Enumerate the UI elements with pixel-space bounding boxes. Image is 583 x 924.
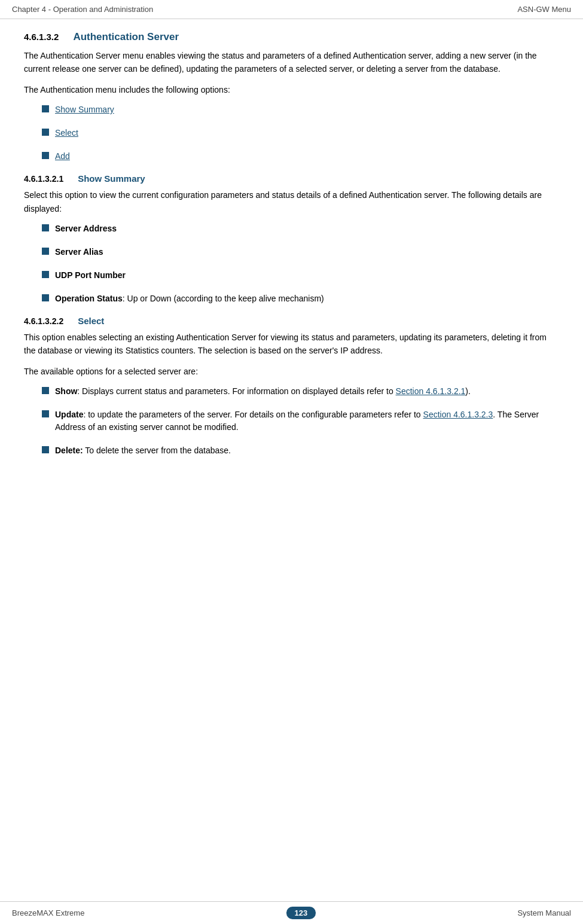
list-item: Select <box>42 127 559 139</box>
list-item: Add <box>42 150 559 163</box>
sub-section-number-46122: 4.6.1.3.2.2 <box>24 316 63 326</box>
section-4612-para2: The Authentication menu includes the fol… <box>24 83 559 96</box>
section-46121-bullets: Server Address Server Alias UDP Port Num… <box>42 222 559 305</box>
list-item: Update: to update the parameters of the … <box>42 408 559 434</box>
list-item: Delete: To delete the server from the da… <box>42 444 559 457</box>
bullet-icon <box>42 410 49 417</box>
select-link[interactable]: Select <box>55 127 78 139</box>
footer-right: System Manual <box>517 908 571 917</box>
list-item: Show Summary <box>42 103 559 116</box>
sub-section-title-46121: Show Summary <box>78 173 145 184</box>
section-number-4612: 4.6.1.3.2 <box>24 32 59 42</box>
bullet-icon <box>42 271 49 278</box>
section-link-46123[interactable]: Section 4.6.1.3.2.3 <box>423 410 493 419</box>
list-item: Server Address <box>42 222 559 235</box>
delete-option: Delete: To delete the server from the da… <box>55 444 231 457</box>
update-option: Update: to update the parameters of the … <box>55 408 559 434</box>
show-option: Show: Displays current status and parame… <box>55 385 471 398</box>
section-4612-bullets: Show Summary Select Add <box>42 103 559 163</box>
page-number: 123 <box>286 907 316 919</box>
section-link-46121[interactable]: Section 4.6.1.3.2.1 <box>396 386 466 396</box>
sub-section-number-46121: 4.6.1.3.2.1 <box>24 174 63 184</box>
header-right: ASN-GW Menu <box>517 5 571 14</box>
section-46121-para1: Select this option to view the current c… <box>24 188 559 215</box>
footer-left: BreezeMAX Extreme <box>12 908 84 917</box>
bullet-icon <box>42 105 49 112</box>
list-item: UDP Port Number <box>42 269 559 282</box>
add-link[interactable]: Add <box>55 150 70 163</box>
bullet-icon <box>42 387 49 394</box>
list-item: Server Alias <box>42 246 559 258</box>
sub-section-title-46122: Select <box>78 316 104 326</box>
list-item: Show: Displays current status and parame… <box>42 385 559 398</box>
page-footer: BreezeMAX Extreme 123 System Manual <box>0 901 583 924</box>
header-left: Chapter 4 - Operation and Administration <box>12 5 153 14</box>
udp-port-label: UDP Port Number <box>55 269 126 282</box>
section-46122: 4.6.1.3.2.2 Select <box>24 316 559 326</box>
bullet-icon <box>42 294 49 301</box>
server-address-label: Server Address <box>55 222 117 235</box>
section-46122-para2: The available options for a selected ser… <box>24 365 559 378</box>
server-alias-label: Server Alias <box>55 246 103 258</box>
bullet-icon <box>42 224 49 231</box>
bullet-icon <box>42 248 49 255</box>
bullet-icon <box>42 446 49 453</box>
section-46122-para1: This option enables selecting an existin… <box>24 331 559 358</box>
page-header: Chapter 4 - Operation and Administration… <box>0 0 583 19</box>
bullet-icon <box>42 129 49 136</box>
operation-status-label: Operation Status: Up or Down (according … <box>55 292 324 305</box>
section-4612: 4.6.1.3.2 Authentication Server <box>24 31 559 43</box>
section-46122-bullets: Show: Displays current status and parame… <box>42 385 559 457</box>
page-content: 4.6.1.3.2 Authentication Server The Auth… <box>0 19 583 504</box>
section-4612-para1: The Authentication Server menu enables v… <box>24 49 559 76</box>
bullet-icon <box>42 152 49 159</box>
show-summary-link[interactable]: Show Summary <box>55 103 114 116</box>
section-title-4612: Authentication Server <box>73 31 179 43</box>
section-46121: 4.6.1.3.2.1 Show Summary <box>24 173 559 184</box>
list-item: Operation Status: Up or Down (according … <box>42 292 559 305</box>
